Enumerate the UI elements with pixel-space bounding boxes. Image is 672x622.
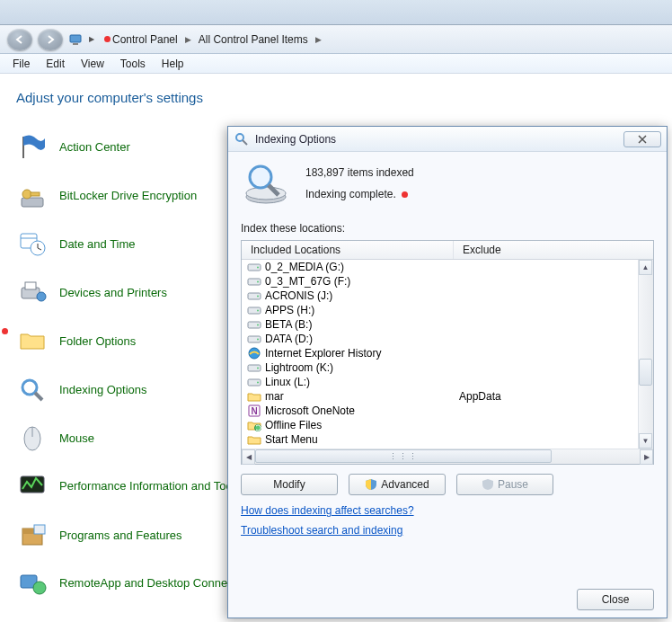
scrollbar-thumb[interactable]: ⋮⋮⋮: [255, 449, 552, 463]
location-name: ACRONIS (J:): [265, 289, 332, 302]
location-name: Lightroom (K:): [265, 361, 333, 374]
location-name: Linux (L:): [265, 376, 310, 388]
location-row[interactable]: Start Menu: [242, 432, 638, 447]
location-row[interactable]: Linux (L:): [242, 375, 638, 389]
scroll-left-button[interactable]: ◀: [242, 449, 255, 465]
off-icon: [247, 419, 261, 431]
horizontal-scrollbar[interactable]: ◀ ⋮⋮⋮ ▶: [242, 449, 653, 464]
vertical-scrollbar[interactable]: ▲ ▼: [638, 260, 653, 449]
dialog-title: Indexing Options: [255, 133, 623, 146]
column-included[interactable]: Included Locations: [242, 241, 454, 259]
column-exclude[interactable]: Exclude: [454, 241, 653, 259]
menu-file[interactable]: File: [5, 56, 37, 72]
menu-help[interactable]: Help: [155, 56, 191, 72]
breadcrumb-item[interactable]: All Control Panel Items: [197, 33, 310, 46]
magnifier-drive-icon: [241, 161, 291, 206]
cpl-label: Action Center: [59, 140, 130, 154]
scrollbar-thumb[interactable]: [639, 359, 652, 386]
flag-icon: [16, 132, 49, 161]
location-name: mar: [265, 390, 284, 403]
svg-point-38: [257, 324, 259, 326]
svg-rect-20: [34, 525, 45, 534]
close-button[interactable]: Close: [577, 589, 654, 610]
chevron-right-icon[interactable]: ▶: [84, 32, 99, 47]
svg-point-45: [257, 382, 259, 384]
menu-edit[interactable]: Edit: [39, 56, 72, 72]
chevron-right-icon[interactable]: ▶: [180, 35, 197, 44]
box-icon: [16, 520, 49, 549]
svg-point-32: [257, 281, 259, 283]
menu-view[interactable]: View: [74, 56, 111, 72]
back-button[interactable]: [7, 29, 32, 50]
menu-bar: File Edit View Tools Help: [0, 54, 672, 74]
svg-point-23: [236, 134, 243, 141]
folder-icon: [16, 326, 49, 355]
svg-line-14: [35, 393, 42, 400]
drive-icon: [247, 333, 261, 345]
folder-icon: [247, 390, 261, 403]
printer-icon: [16, 278, 49, 307]
svg-rect-2: [22, 198, 43, 207]
drive-icon: [247, 318, 261, 331]
modify-button[interactable]: Modify: [241, 474, 338, 495]
location-row[interactable]: DATA (D:): [242, 332, 638, 346]
svg-rect-11: [25, 282, 36, 289]
cpl-label: Indexing Options: [59, 383, 147, 396]
folder-icon: [247, 433, 261, 446]
location-name: Offline Files: [265, 419, 322, 431]
svg-rect-0: [70, 35, 81, 42]
location-row[interactable]: 0_3_MT_67G (F:): [242, 274, 638, 289]
svg-point-34: [257, 296, 259, 298]
location-row[interactable]: 0_2_MEDIA (G:): [242, 260, 638, 274]
svg-line-24: [243, 140, 247, 145]
location-name: APPS (H:): [265, 304, 314, 316]
shield-icon: [482, 478, 494, 491]
location-row[interactable]: ACRONIS (J:): [242, 289, 638, 303]
cpl-label: BitLocker Drive Encryption: [59, 189, 197, 202]
computer-icon: [68, 32, 83, 47]
breadcrumb-item[interactable]: Control Panel: [111, 33, 180, 46]
remote-icon: [16, 569, 49, 598]
svg-point-12: [37, 292, 46, 301]
close-button[interactable]: [623, 131, 661, 147]
indexing-status-label: Indexing complete.: [305, 188, 396, 200]
location-row[interactable]: Lightroom (K:): [242, 360, 638, 375]
scroll-up-button[interactable]: ▲: [639, 260, 652, 275]
chevron-right-icon[interactable]: ▶: [310, 35, 327, 44]
marker-dot-icon: [104, 36, 111, 42]
cpl-label: Devices and Printers: [59, 286, 167, 299]
scroll-down-button[interactable]: ▼: [639, 433, 652, 449]
page-title: Adjust your computer's settings: [16, 90, 663, 105]
navigation-bar: ▶ Control Panel ▶ All Control Panel Item…: [0, 25, 672, 54]
location-row[interactable]: Internet Explorer History: [242, 346, 638, 360]
dialog-titlebar[interactable]: Indexing Options: [228, 127, 667, 152]
drive-icon: [247, 376, 261, 388]
scroll-right-button[interactable]: ▶: [640, 449, 653, 465]
indexing-options-dialog: Indexing Options 183,897 items indexed I…: [227, 126, 668, 618]
breadcrumb: Control Panel ▶ All Control Panel Items …: [104, 33, 327, 46]
marker-dot-icon: [402, 191, 408, 198]
search-icon: [234, 131, 250, 147]
advanced-button[interactable]: Advanced: [349, 474, 446, 495]
drive-icon: [247, 304, 261, 316]
link-troubleshoot[interactable]: Troubleshoot search and indexing: [241, 524, 654, 537]
forward-button[interactable]: [38, 29, 63, 50]
svg-point-13: [22, 380, 37, 395]
svg-point-43: [257, 368, 259, 369]
location-row[interactable]: APPS (H:): [242, 303, 638, 317]
location-name: DATA (D:): [265, 333, 313, 345]
location-name: 0_2_MEDIA (G:): [265, 261, 344, 273]
shield-icon: [365, 478, 377, 491]
location-row[interactable]: NMicrosoft OneNote: [242, 404, 638, 418]
location-row[interactable]: Offline Files: [242, 418, 638, 432]
svg-point-27: [250, 166, 271, 188]
pause-button: Pause: [456, 474, 553, 495]
location-row[interactable]: BETA (B:): [242, 317, 638, 332]
location-name: 0_3_MT_67G (F:): [265, 275, 350, 288]
location-row[interactable]: marAppData: [242, 389, 638, 404]
cpl-label: Performance Information and Tools: [59, 479, 241, 493]
lock-icon: [16, 181, 49, 209]
svg-point-30: [257, 267, 259, 269]
menu-tools[interactable]: Tools: [113, 56, 153, 72]
link-how-indexing[interactable]: How does indexing affect searches?: [241, 504, 654, 517]
